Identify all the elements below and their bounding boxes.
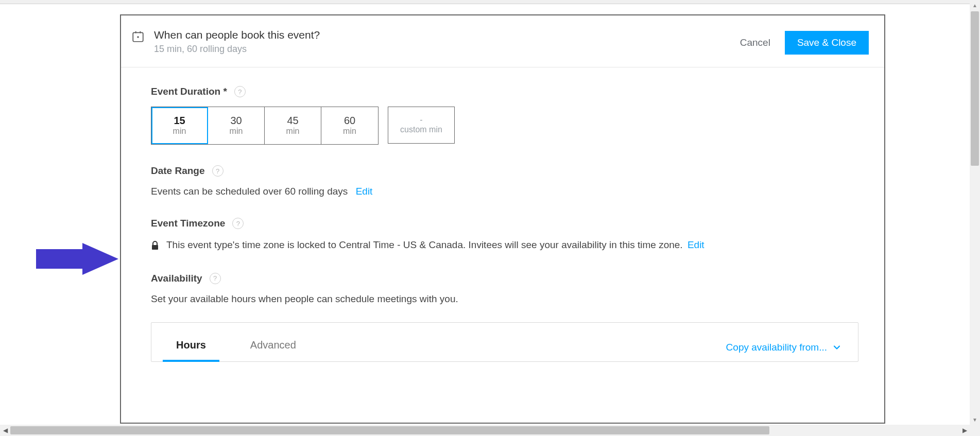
lock-icon xyxy=(151,241,159,250)
svg-marker-5 xyxy=(36,243,118,275)
help-icon[interactable]: ? xyxy=(212,165,223,177)
event-duration-section: Event Duration * ? 15 min 30 min xyxy=(151,86,858,145)
vertical-scroll-thumb[interactable] xyxy=(971,11,979,166)
timezone-text: This event type's time zone is locked to… xyxy=(166,239,683,250)
availability-text: Set your available hours when people can… xyxy=(151,293,858,305)
duration-option-15[interactable]: 15 min xyxy=(151,107,208,144)
scroll-up-button[interactable]: ▲ xyxy=(970,0,980,10)
copy-availability-dropdown[interactable]: Copy availability from... xyxy=(726,342,840,353)
timezone-edit-link[interactable]: Edit xyxy=(687,239,704,250)
panel-header: When can people book this event? 15 min,… xyxy=(121,15,884,67)
scroll-right-button[interactable]: ▶ xyxy=(959,425,970,436)
vertical-scrollbar[interactable]: ▲ ▼ xyxy=(970,0,980,425)
event-timezone-label: Event Timezone xyxy=(151,218,225,229)
help-icon[interactable]: ? xyxy=(210,273,221,284)
annotation-arrow xyxy=(36,243,118,275)
duration-option-60[interactable]: 60 min xyxy=(321,107,378,144)
scroll-left-button[interactable]: ◀ xyxy=(0,425,10,436)
window-top-border xyxy=(0,0,980,4)
duration-option-custom[interactable]: - custom min xyxy=(388,107,455,144)
duration-option-45[interactable]: 45 min xyxy=(265,107,321,144)
scroll-down-button[interactable]: ▼ xyxy=(970,414,980,425)
event-timezone-section: Event Timezone ? This event type's time … xyxy=(151,218,858,252)
date-range-section: Date Range ? Events can be scheduled ove… xyxy=(151,165,858,197)
availability-section: Availability ? Set your available hours … xyxy=(151,273,858,362)
save-close-button[interactable]: Save & Close xyxy=(785,31,869,55)
availability-label: Availability xyxy=(151,273,202,284)
help-icon[interactable]: ? xyxy=(232,218,244,229)
tab-advanced[interactable]: Advanced xyxy=(246,334,300,361)
date-range-label: Date Range xyxy=(151,165,205,177)
calendar-icon xyxy=(131,30,145,43)
svg-point-3 xyxy=(137,36,139,38)
panel-title: When can people book this event? xyxy=(154,28,731,42)
help-icon[interactable]: ? xyxy=(234,86,246,97)
panel-subtitle: 15 min, 60 rolling days xyxy=(154,44,731,55)
duration-option-30[interactable]: 30 min xyxy=(208,107,265,144)
event-duration-label: Event Duration * xyxy=(151,86,227,97)
availability-card: Hours Advanced Copy availability from... xyxy=(151,322,858,362)
duration-options-group: 15 min 30 min 45 min 60 xyxy=(151,107,379,145)
tab-hours[interactable]: Hours xyxy=(172,334,210,361)
horizontal-scroll-thumb[interactable] xyxy=(10,426,769,434)
cancel-button[interactable]: Cancel xyxy=(740,37,770,48)
scrollbar-corner xyxy=(970,425,980,436)
booking-settings-panel: When can people book this event? 15 min,… xyxy=(120,14,885,424)
date-range-text: Events can be scheduled over 60 rolling … xyxy=(151,186,348,197)
horizontal-scrollbar[interactable]: ◀ ▶ xyxy=(0,425,970,436)
date-range-edit-link[interactable]: Edit xyxy=(356,186,373,197)
svg-rect-4 xyxy=(152,245,158,250)
chevron-down-icon xyxy=(833,344,840,351)
